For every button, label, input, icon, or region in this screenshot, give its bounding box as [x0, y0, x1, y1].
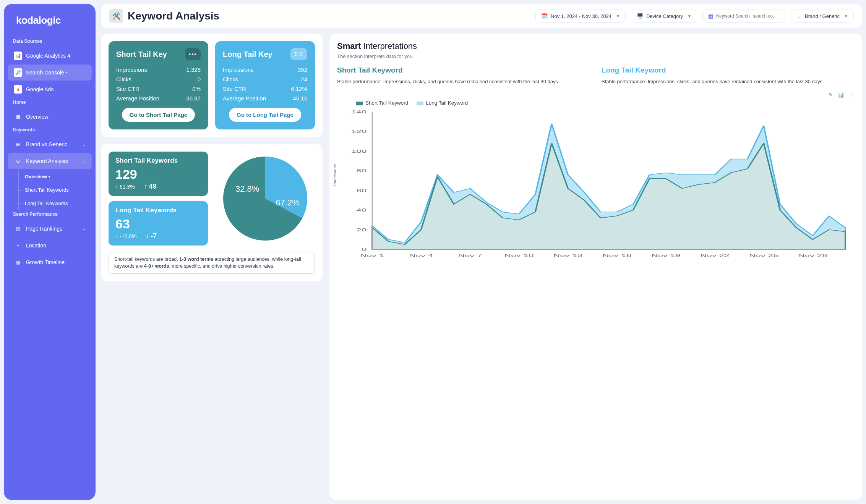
smart-heading: Smart Interpretations [337, 41, 855, 51]
nav-location[interactable]: ⌖ Location [8, 237, 92, 254]
interp-title: Long Tail Keyword [602, 66, 855, 74]
subnav-overview[interactable]: Overview • [20, 170, 96, 183]
nav-overview[interactable]: ▦ Overview [8, 109, 92, 125]
nav-label: Search Console • [26, 69, 67, 76]
kpi-title: Long Tail Key [223, 50, 272, 59]
section-search-performance: Search Performance [4, 210, 96, 220]
donut-label-small: 32.8% [235, 184, 259, 194]
short-tail-kpi: Short Tail Key ••• Impressions1,328 Clic… [109, 41, 208, 129]
chart-toolbar: ✎ 📊 ⋮ [337, 92, 855, 98]
svg-text:Nov 10: Nov 10 [504, 254, 534, 258]
drag-handle-icon[interactable]: ⠿⠿ [290, 48, 307, 60]
svg-text:Nov 13: Nov 13 [553, 254, 583, 258]
long-interpretation: Long Tail Keyword Stable performance: Im… [602, 66, 855, 85]
keyword-search-input[interactable] [753, 13, 780, 19]
sidebar: kodalogic Data Sources 📊 Google Analytic… [4, 4, 96, 500]
page-title: Keyword Analysis [128, 10, 219, 22]
main: 🛠️ Keyword Analysis 🗓️ Nov 1, 2024 - Nov… [101, 4, 862, 500]
nav-page-rankings[interactable]: ▤ Page Rankings ⌄ [8, 221, 92, 237]
calendar-icon: 🗓️ [541, 13, 548, 19]
chevron-down-icon: ⌄ [82, 226, 86, 231]
nav-brand-generic[interactable]: ⊞ Brand vs Generic ⌄ [8, 136, 92, 152]
app-logo: kodalogic [4, 15, 96, 37]
search-console-icon: 🔎 [14, 68, 22, 77]
svg-text:Nov 4: Nov 4 [409, 254, 433, 258]
svg-text:Nov 19: Nov 19 [651, 254, 681, 258]
subnav-keyword-analysis: Overview • Short Tail Keywords Long Tail… [18, 170, 96, 210]
svg-text:Nov 7: Nov 7 [458, 254, 482, 258]
nav-label: Page Rankings [26, 226, 62, 232]
nav-ga4[interactable]: 📊 Google Analytics 4 [8, 48, 92, 64]
device-label: Device Category [646, 13, 683, 19]
grid-icon: ▦ [708, 13, 713, 19]
smart-interpretations-card: Smart Interpretations The section interp… [329, 34, 862, 500]
legend-short: Short Tail Keyword [356, 100, 408, 106]
nav-google-ads[interactable]: 🔺 Google Ads [8, 81, 92, 97]
subnav-long-tail[interactable]: Long Tail Keywords [20, 197, 96, 210]
stat-value: 63 [115, 216, 201, 231]
devices-icon: 🖥️ [637, 13, 643, 19]
svg-text:80: 80 [356, 169, 367, 173]
interp-body: Stable performance: Impressions, clicks,… [337, 78, 590, 85]
svg-text:60: 60 [356, 189, 367, 193]
nav-label: Overview [26, 114, 48, 120]
nav-label: Growth Timeline [26, 259, 65, 265]
nav-growth-timeline[interactable]: ▥ Growth Timeline [8, 254, 92, 270]
date-range-value: Nov 1, 2024 - Nov 30, 2024 [551, 13, 611, 19]
edit-icon[interactable]: ✎ [829, 92, 833, 98]
kw-search-label: Keyword Search [716, 13, 750, 19]
device-category-picker[interactable]: 🖥️ Device Category ▼ [631, 10, 697, 23]
nav-label: Google Analytics 4 [26, 53, 70, 59]
nav-label: Brand vs Generic [26, 141, 67, 147]
chart-legend: Short Tail Keyword Long Tail Keyword [356, 100, 855, 106]
brand-label: Brand / Generic [805, 13, 840, 19]
interp-title: Short Tail Keyword [337, 66, 590, 74]
svg-text:Nov 22: Nov 22 [700, 254, 730, 258]
smart-subheading: The section interprets data for you. [337, 53, 855, 59]
google-ads-icon: 🔺 [14, 85, 22, 94]
svg-text:140: 140 [351, 110, 367, 114]
magnify-icon: ⊙ [14, 157, 22, 165]
caret-down-icon: ▼ [844, 14, 848, 18]
brand-generic-picker[interactable]: ⭣ Brand / Generic ▼ [791, 10, 854, 23]
svg-text:40: 40 [356, 208, 367, 212]
arrow-down-icon: ↓ [146, 232, 149, 240]
topbar: 🛠️ Keyword Analysis 🗓️ Nov 1, 2024 - Nov… [101, 4, 862, 28]
chart-type-icon[interactable]: 📊 [838, 92, 844, 98]
interp-body: Stable performance: Impressions, clicks,… [602, 78, 855, 85]
svg-text:120: 120 [351, 129, 367, 134]
content: Short Tail Key ••• Impressions1,328 Clic… [101, 34, 862, 500]
nav-keyword-analysis[interactable]: ⊙ Keyword Analysis ⌄ [8, 153, 92, 169]
donut-label-big: 67.2% [276, 198, 300, 208]
go-long-tail-button[interactable]: Go to Long Tail Page [229, 108, 301, 122]
drag-handle-icon[interactable]: ••• [185, 48, 201, 60]
section-home: Home [4, 98, 96, 108]
section-keywords: Keywords [4, 126, 96, 136]
go-short-tail-button[interactable]: Go to Short Tail Page [122, 108, 195, 122]
subnav-short-tail[interactable]: Short Tail Keywords [20, 183, 96, 197]
impressions-chart: Impressions 020406080100120140Nov 1Nov 4… [337, 108, 855, 261]
svg-text:20: 20 [356, 228, 367, 232]
short-tail-stat: Short Tail Keywords 129 ↑61.3% ↑49 [109, 152, 208, 196]
more-icon[interactable]: ⋮ [850, 92, 855, 98]
ga4-icon: 📊 [14, 52, 22, 60]
stat-value: 129 [115, 167, 201, 182]
donut-chart: 32.8% 67.2% [216, 152, 315, 246]
svg-text:Nov 16: Nov 16 [602, 254, 632, 258]
svg-text:100: 100 [351, 149, 367, 153]
svg-text:0: 0 [362, 247, 367, 252]
rankings-icon: ▤ [14, 225, 22, 233]
arrow-up-icon: ↑ [115, 184, 118, 190]
svg-text:Nov 28: Nov 28 [798, 254, 827, 258]
timeline-icon: ▥ [14, 258, 22, 267]
pin-icon: ⌖ [14, 241, 22, 250]
y-axis-label: Impressions [332, 164, 337, 187]
nav-search-console[interactable]: 🔎 Search Console • [8, 65, 92, 81]
svg-text:Nov 1: Nov 1 [360, 254, 384, 258]
keyword-stats-card: Short Tail Keywords 129 ↑61.3% ↑49 Long … [101, 144, 323, 281]
date-range-picker[interactable]: 🗓️ Nov 1, 2024 - Nov 30, 2024 ▼ [535, 10, 626, 23]
plus-icon: ⊞ [14, 140, 22, 149]
stat-title: Short Tail Keywords [115, 157, 201, 165]
legend-long: Long Tail Keyword [417, 100, 468, 106]
arrow-down-icon: ↓ [115, 233, 118, 239]
